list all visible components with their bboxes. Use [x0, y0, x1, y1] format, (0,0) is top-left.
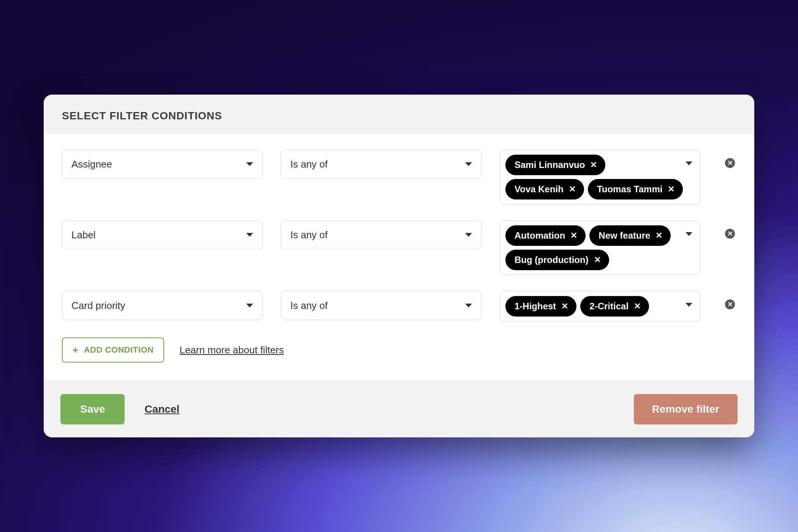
- field-select-label: Assignee: [71, 158, 112, 170]
- modal-body: Assignee Is any of Sami Linnanvuo ✕ Vova…: [44, 134, 754, 381]
- chip-remove-icon[interactable]: ✕: [570, 231, 577, 240]
- add-condition-label: ADD CONDITION: [84, 345, 154, 355]
- values-multiselect[interactable]: Sami Linnanvuo ✕ Vova Kenih ✕ Tuomas Tam…: [500, 150, 700, 204]
- chip-label: Vova Kenih: [515, 184, 564, 195]
- chip-label: Tuomas Tammi: [597, 184, 662, 195]
- row-remove-container: ✕: [719, 220, 741, 239]
- caret-down-icon: [465, 304, 472, 307]
- chip-remove-icon[interactable]: ✕: [561, 302, 568, 310]
- operator-select-label: Is any of: [290, 300, 328, 312]
- caret-down-icon: [465, 162, 472, 166]
- operator-select[interactable]: Is any of: [281, 220, 481, 249]
- chip: 2-Critical ✕: [580, 296, 649, 317]
- values-multiselect[interactable]: Automation ✕ New feature ✕ Bug (producti…: [500, 220, 700, 275]
- row-remove-container: ✕: [719, 150, 741, 168]
- chips-container: Automation ✕ New feature ✕ Bug (producti…: [505, 225, 695, 270]
- caret-down-icon: [465, 233, 472, 237]
- field-select[interactable]: Label: [62, 220, 263, 249]
- chip: New feature ✕: [589, 225, 671, 246]
- field-select[interactable]: Card priority: [62, 291, 263, 320]
- chips-container: 1-Highest ✕ 2-Critical ✕: [505, 296, 695, 317]
- field-select-label: Label: [71, 229, 96, 241]
- chip: Tuomas Tammi ✕: [588, 179, 683, 200]
- caret-down-icon: [246, 304, 253, 307]
- plus-icon: +: [73, 345, 79, 355]
- remove-row-icon[interactable]: ✕: [725, 229, 735, 239]
- remove-row-icon[interactable]: ✕: [725, 299, 735, 309]
- chip-label: New feature: [598, 230, 650, 241]
- chip: Automation ✕: [505, 225, 586, 246]
- condition-row: Assignee Is any of Sami Linnanvuo ✕ Vova…: [62, 150, 736, 204]
- chip: Sami Linnanvuo ✕: [505, 155, 605, 175]
- chip-label: 1-Highest: [515, 301, 556, 312]
- chip: 1-Highest ✕: [505, 296, 576, 317]
- row-remove-container: ✕: [719, 291, 741, 309]
- operator-select-label: Is any of: [290, 158, 328, 170]
- caret-down-icon: [686, 162, 692, 165]
- chip-remove-icon[interactable]: ✕: [569, 185, 576, 193]
- cancel-link[interactable]: Cancel: [144, 403, 179, 415]
- modal-title: SELECT FILTER CONDITIONS: [62, 110, 736, 122]
- chip: Bug (production) ✕: [505, 250, 609, 270]
- field-select-label: Card priority: [71, 300, 125, 312]
- chip-remove-icon[interactable]: ✕: [594, 256, 601, 264]
- chip-remove-icon[interactable]: ✕: [634, 302, 641, 310]
- chip-label: 2-Critical: [589, 301, 629, 312]
- chip-remove-icon[interactable]: ✕: [590, 161, 597, 169]
- footer-left: Save Cancel: [60, 394, 179, 424]
- operator-select[interactable]: Is any of: [281, 150, 481, 179]
- modal-footer: Save Cancel Remove filter: [44, 381, 754, 437]
- chip-label: Automation: [515, 230, 565, 241]
- add-condition-button[interactable]: + ADD CONDITION: [62, 337, 164, 363]
- chip-label: Sami Linnanvuo: [515, 160, 585, 170]
- body-actions: + ADD CONDITION Learn more about filters: [62, 337, 736, 363]
- condition-row: Label Is any of Automation ✕ New feature…: [62, 220, 736, 275]
- values-multiselect[interactable]: 1-Highest ✕ 2-Critical ✕: [500, 291, 700, 321]
- caret-down-icon: [686, 303, 692, 307]
- caret-down-icon: [246, 162, 253, 166]
- caret-down-icon: [686, 232, 692, 236]
- field-select[interactable]: Assignee: [62, 150, 263, 179]
- chip-remove-icon[interactable]: ✕: [656, 231, 662, 240]
- learn-more-link[interactable]: Learn more about filters: [179, 344, 284, 356]
- chip-remove-icon[interactable]: ✕: [668, 185, 674, 193]
- filter-modal: SELECT FILTER CONDITIONS Assignee Is any…: [44, 95, 754, 437]
- modal-header: SELECT FILTER CONDITIONS: [44, 95, 754, 134]
- remove-filter-button[interactable]: Remove filter: [634, 394, 738, 424]
- chips-container: Sami Linnanvuo ✕ Vova Kenih ✕ Tuomas Tam…: [505, 155, 695, 200]
- remove-row-icon[interactable]: ✕: [725, 158, 735, 168]
- caret-down-icon: [246, 233, 253, 237]
- chip-label: Bug (production): [515, 255, 589, 265]
- save-button[interactable]: Save: [60, 394, 125, 424]
- chip: Vova Kenih ✕: [505, 179, 584, 200]
- operator-select-label: Is any of: [290, 229, 328, 241]
- operator-select[interactable]: Is any of: [281, 291, 481, 320]
- condition-row: Card priority Is any of 1-Highest ✕ 2-Cr…: [62, 291, 736, 321]
